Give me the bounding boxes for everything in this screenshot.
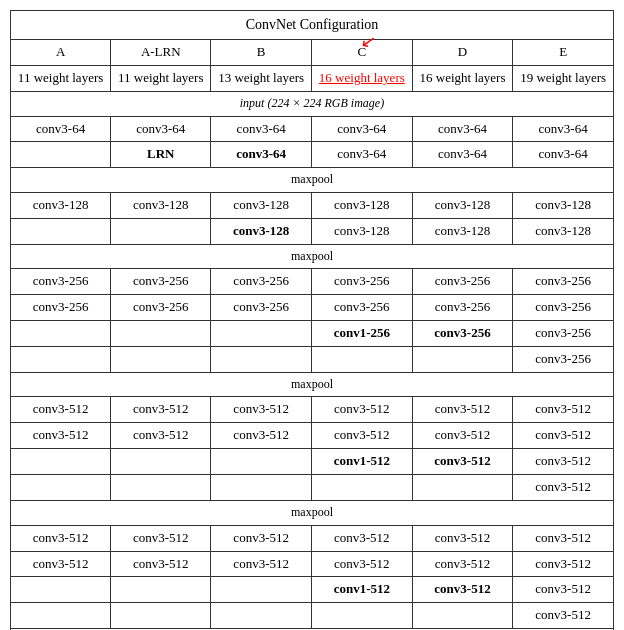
conv2-alrn1: conv3-128 (111, 192, 211, 218)
conv5-a4 (11, 603, 111, 629)
maxpool4-label: maxpool (11, 501, 614, 526)
conv4-d1: conv3-512 (412, 397, 513, 423)
conv2-c1: conv3-128 (312, 192, 413, 218)
title-row: ConvNet Configuration (11, 11, 614, 40)
col-header-alrn: A-LRN (111, 40, 211, 66)
convnet-table: ConvNet Configuration A A-LRN B C ↙ D E … (10, 10, 614, 630)
maxpool3-row: maxpool (11, 372, 614, 397)
conv3-row1: conv3-256 conv3-256 conv3-256 conv3-256 … (11, 269, 614, 295)
conv4-row3: conv1-512 conv3-512 conv3-512 (11, 449, 614, 475)
conv1-c2: conv3-64 (312, 142, 413, 168)
conv5-d3: conv3-512 (412, 577, 513, 603)
conv3-b4 (211, 346, 312, 372)
conv5-e2: conv3-512 (513, 551, 614, 577)
conv1-d2: conv3-64 (412, 142, 513, 168)
table-title: ConvNet Configuration (11, 11, 614, 40)
conv4-e3: conv3-512 (513, 449, 614, 475)
conv2-e1: conv3-128 (513, 192, 614, 218)
col-c-label: C ↙ (357, 44, 366, 59)
conv2-row2: conv3-128 conv3-128 conv3-128 conv3-128 (11, 218, 614, 244)
maxpool1-label: maxpool (11, 168, 614, 193)
weight-b: 13 weight layers (211, 66, 312, 92)
conv2-d1: conv3-128 (412, 192, 513, 218)
conv1-e2: conv3-64 (513, 142, 614, 168)
weight-e: 19 weight layers (513, 66, 614, 92)
conv1-row2: LRN conv3-64 conv3-64 conv3-64 conv3-64 (11, 142, 614, 168)
conv2-a1: conv3-128 (11, 192, 111, 218)
weight-c: 16 weight layers (312, 66, 413, 92)
conv1-b1: conv3-64 (211, 116, 312, 142)
conv3-e1: conv3-256 (513, 269, 614, 295)
conv4-e1: conv3-512 (513, 397, 614, 423)
conv4-c1: conv3-512 (312, 397, 413, 423)
conv3-b1: conv3-256 (211, 269, 312, 295)
conv5-c1: conv3-512 (312, 525, 413, 551)
weight-a: 11 weight layers (11, 66, 111, 92)
conv5-c4 (312, 603, 413, 629)
conv3-b2: conv3-256 (211, 295, 312, 321)
conv5-b1: conv3-512 (211, 525, 312, 551)
conv5-alrn4 (111, 603, 211, 629)
conv4-b1: conv3-512 (211, 397, 312, 423)
conv4-d2: conv3-512 (412, 423, 513, 449)
conv5-b2: conv3-512 (211, 551, 312, 577)
conv3-e4: conv3-256 (513, 346, 614, 372)
maxpool4-row: maxpool (11, 501, 614, 526)
conv3-row3: conv1-256 conv3-256 conv3-256 (11, 321, 614, 347)
conv2-c2: conv3-128 (312, 218, 413, 244)
conv4-a1: conv3-512 (11, 397, 111, 423)
conv5-alrn1: conv3-512 (111, 525, 211, 551)
weight-d: 16 weight layers (412, 66, 513, 92)
conv4-row2: conv3-512 conv3-512 conv3-512 conv3-512 … (11, 423, 614, 449)
conv5-row2: conv3-512 conv3-512 conv3-512 conv3-512 … (11, 551, 614, 577)
conv4-b3 (211, 449, 312, 475)
maxpool2-row: maxpool (11, 244, 614, 269)
input-row: input (224 × 224 RGB image) (11, 91, 614, 116)
conv4-e4: conv3-512 (513, 475, 614, 501)
conv2-row1: conv3-128 conv3-128 conv3-128 conv3-128 … (11, 192, 614, 218)
conv3-d1: conv3-256 (412, 269, 513, 295)
weight-alrn: 11 weight layers (111, 66, 211, 92)
conv4-d4 (412, 475, 513, 501)
conv4-row4: conv3-512 (11, 475, 614, 501)
weight-layers-row: 11 weight layers 11 weight layers 13 wei… (11, 66, 614, 92)
conv5-a3 (11, 577, 111, 603)
conv5-alrn3 (111, 577, 211, 603)
conv5-b3 (211, 577, 312, 603)
conv5-alrn2: conv3-512 (111, 551, 211, 577)
conv4-a2: conv3-512 (11, 423, 111, 449)
conv5-c3: conv1-512 (312, 577, 413, 603)
conv2-d2: conv3-128 (412, 218, 513, 244)
conv2-b2: conv3-128 (211, 218, 312, 244)
conv5-row1: conv3-512 conv3-512 conv3-512 conv3-512 … (11, 525, 614, 551)
conv1-alrn1: conv3-64 (111, 116, 211, 142)
maxpool2-label: maxpool (11, 244, 614, 269)
conv1-c1: conv3-64 (312, 116, 413, 142)
conv2-a2 (11, 218, 111, 244)
conv4-a4 (11, 475, 111, 501)
weight-c-text: 16 weight layers (319, 70, 405, 85)
conv3-row4: conv3-256 (11, 346, 614, 372)
conv5-d4 (412, 603, 513, 629)
conv3-a4 (11, 346, 111, 372)
conv4-c4 (312, 475, 413, 501)
conv5-b4 (211, 603, 312, 629)
conv3-a2: conv3-256 (11, 295, 111, 321)
col-header-b: B (211, 40, 312, 66)
conv3-alrn3 (111, 321, 211, 347)
col-header-d: D (412, 40, 513, 66)
col-header-a: A (11, 40, 111, 66)
col-header-e: E (513, 40, 614, 66)
conv4-d3: conv3-512 (412, 449, 513, 475)
conv3-alrn4 (111, 346, 211, 372)
conv5-e1: conv3-512 (513, 525, 614, 551)
conv5-e4: conv3-512 (513, 603, 614, 629)
conv3-alrn1: conv3-256 (111, 269, 211, 295)
conv4-c3: conv1-512 (312, 449, 413, 475)
conv5-c2: conv3-512 (312, 551, 413, 577)
conv5-d2: conv3-512 (412, 551, 513, 577)
conv3-c3: conv1-256 (312, 321, 413, 347)
conv3-d4 (412, 346, 513, 372)
conv5-row4: conv3-512 (11, 603, 614, 629)
conv3-c1: conv3-256 (312, 269, 413, 295)
